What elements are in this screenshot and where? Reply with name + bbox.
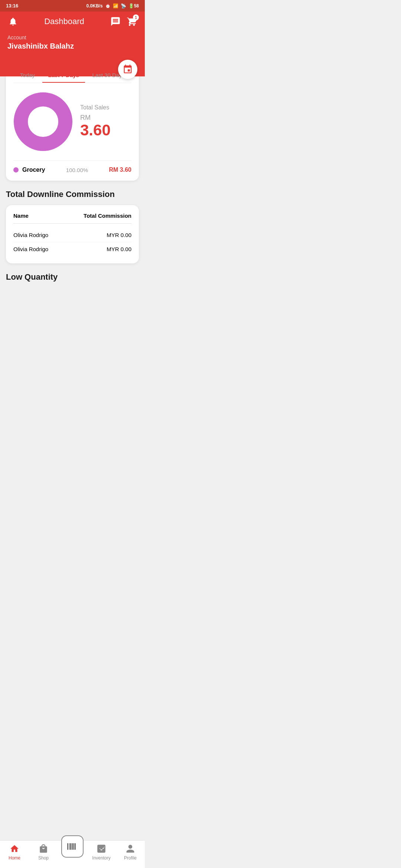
signal-icon: 📶: [113, 3, 118, 9]
commission-table-header: Name Total Commission: [13, 213, 131, 224]
row-1-commission: MYR 0.00: [107, 232, 131, 238]
header-top: Dashboard 1: [7, 16, 137, 27]
chart-legend: Grocery 100.00% RM 3.60: [13, 160, 131, 173]
sales-amount: 3.60: [80, 122, 131, 139]
col-name-header: Name: [13, 213, 29, 219]
tab-last7days[interactable]: Last 7 Days: [42, 69, 85, 83]
legend-category: Grocery: [22, 167, 45, 173]
wifi-icon: 📡: [121, 3, 126, 9]
row-1-name: Olivia Rodrigo: [13, 232, 48, 238]
cart-badge: 1: [133, 14, 139, 20]
network-speed: 0.0KB/s: [87, 3, 103, 9]
row-2-commission: MYR 0.00: [107, 246, 131, 252]
period-tabs: Today Last 7 Days Last 30 Days: [13, 69, 131, 83]
legend-percent: 100.00%: [66, 167, 88, 173]
row-2-name: Olivia Rodrigo: [13, 246, 48, 252]
table-row: Olivia Rodrigo MYR 0.00: [13, 242, 131, 256]
chat-icon[interactable]: [110, 16, 121, 27]
notification-bell-icon[interactable]: [7, 16, 19, 27]
currency-label: RM: [80, 114, 131, 122]
legend-dot: [13, 167, 19, 172]
tab-today[interactable]: Today: [14, 69, 41, 83]
legend-left: Grocery: [13, 167, 45, 173]
header-title: Dashboard: [19, 17, 110, 26]
cart-icon[interactable]: 1: [126, 16, 137, 27]
total-sales-label: Total Sales: [80, 104, 131, 111]
header: Dashboard 1 Account Jivashinibx Balahz: [0, 11, 145, 76]
commission-card: Name Total Commission Olivia Rodrigo MYR…: [6, 205, 139, 263]
calendar-button[interactable]: [118, 60, 137, 79]
legend-amount: RM 3.60: [109, 167, 131, 173]
chart-section: Total Sales RM 3.60: [13, 92, 131, 151]
status-time: 13:16: [6, 3, 18, 9]
main-content: Today Last 7 Days Last 30 Days Total Sal…: [0, 62, 145, 319]
table-row: Olivia Rodrigo MYR 0.00: [13, 228, 131, 242]
account-name: Jivashinibx Balahz: [7, 42, 137, 50]
low-quantity-title: Low Quantity: [6, 272, 139, 282]
col-commission-header: Total Commission: [84, 213, 131, 219]
svg-point-1: [31, 110, 55, 134]
header-icons: 1: [110, 16, 137, 27]
status-right: 0.0KB/s ⏰ 📶 📡 🔋58: [87, 3, 139, 9]
sales-info: Total Sales RM 3.60: [73, 104, 131, 139]
donut-chart: [13, 92, 73, 151]
status-bar: 13:16 0.0KB/s ⏰ 📶 📡 🔋58: [0, 0, 145, 11]
downline-section-title: Total Downline Commission: [6, 190, 139, 199]
battery-icon: 🔋58: [128, 3, 139, 9]
clock-icon: ⏰: [105, 3, 111, 9]
sales-card: Today Last 7 Days Last 30 Days Total Sal…: [6, 62, 139, 181]
account-label: Account: [7, 34, 137, 40]
